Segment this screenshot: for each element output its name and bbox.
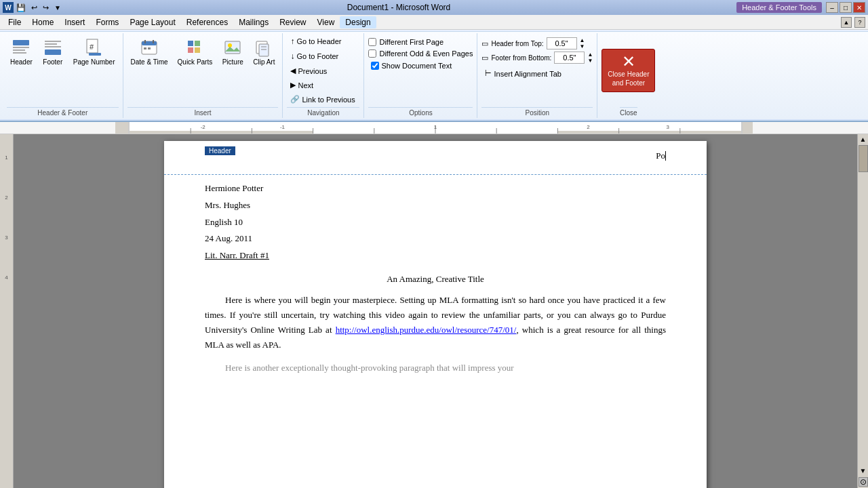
svg-text:1: 1	[434, 124, 437, 130]
page-header-area[interactable]: Header Po	[164, 141, 707, 175]
ribbon-group-navigation: ↑ Go to Header ↓ Go to Footer ◀ Previous…	[283, 33, 364, 118]
page-number-button[interactable]: # Page Number	[70, 35, 119, 68]
diff-odd-even-checkbox[interactable]	[368, 49, 376, 58]
footer-from-bottom-field: ▭ Footer from Bottom: ▲ ▼	[481, 52, 593, 64]
footer-from-bottom-input[interactable]	[554, 52, 585, 64]
ribbon-content: Header Footer # Page Number Header & Foo…	[0, 31, 868, 119]
go-to-header-button[interactable]: ↑ Go to Header	[287, 35, 344, 48]
page-body[interactable]: Hermione Potter Mrs. Hughes English 10 2…	[164, 175, 707, 397]
menu-page-layout[interactable]: Page Layout	[124, 16, 180, 28]
document-title: An Amazing, Creative Title	[205, 274, 666, 285]
go-to-header-icon: ↑	[290, 37, 294, 46]
scroll-down-button[interactable]: ▼	[859, 466, 868, 476]
footer-icon	[42, 37, 64, 58]
quick-parts-button[interactable]: Quick Parts	[174, 35, 216, 68]
footer-bottom-icon: ▭	[481, 54, 488, 62]
menu-bar: File Home Insert Forms Page Layout Refer…	[0, 15, 868, 30]
position-items: ▭ Header from Top: ▲ ▼ ▭ Footer from Bot…	[481, 35, 593, 106]
footer-bottom-down[interactable]: ▼	[587, 58, 593, 64]
footer-bottom-up[interactable]: ▲	[587, 52, 593, 58]
menu-view[interactable]: View	[312, 16, 340, 28]
close-header-footer-label: Close Headerand Footer	[608, 70, 649, 87]
scroll-thumb[interactable]	[859, 145, 868, 172]
footer-button[interactable]: Footer	[39, 35, 67, 68]
svg-text:3: 3	[667, 124, 670, 130]
diff-first-page-option[interactable]: Different First Page	[368, 37, 443, 47]
next-icon: ▶	[290, 81, 296, 89]
header-top-down[interactable]: ▼	[580, 43, 585, 49]
link-to-previous-icon: 🔗	[290, 95, 300, 104]
header-from-top-input[interactable]	[547, 37, 577, 49]
header-button[interactable]: Header	[7, 35, 36, 68]
date-time-button[interactable]: Date & Time	[127, 35, 172, 68]
select-browse-object-button[interactable]: ⊙	[859, 477, 868, 487]
svg-rect-20	[195, 47, 200, 53]
window-controls: – □ ✕	[826, 2, 865, 13]
show-doc-text-option[interactable]: Show Document Text	[368, 60, 454, 71]
ribbon-group-header-footer: Header Footer # Page Number Header & Foo…	[3, 33, 123, 118]
insert-buttons: Date & Time Quick Parts Picture	[127, 35, 279, 106]
ribbon-group-close: ✕ Close Headerand Footer Close	[597, 33, 659, 118]
svg-rect-12	[142, 41, 157, 45]
insert-alignment-tab-button[interactable]: ⊢ Insert Alignment Tab	[481, 67, 564, 80]
clip-art-button[interactable]: Clip Art	[250, 35, 278, 68]
vertical-scrollbar[interactable]: ▲ ▼ ⊙ ◁ ▷	[857, 134, 868, 488]
link-to-previous-button[interactable]: 🔗 Link to Previous	[287, 93, 358, 106]
go-to-footer-icon: ↓	[290, 52, 294, 61]
header-label: Header	[10, 58, 33, 66]
clip-art-label: Clip Art	[253, 58, 275, 66]
next-button[interactable]: ▶ Next	[287, 79, 317, 92]
menu-design[interactable]: Design	[340, 16, 376, 28]
go-to-footer-button[interactable]: ↓ Go to Footer	[287, 49, 342, 63]
menu-insert[interactable]: Insert	[59, 16, 90, 28]
quick-save[interactable]: 💾	[16, 3, 26, 12]
svg-rect-7	[45, 49, 61, 55]
document-page: Header Po Hermione Potter Mrs. Hughes En…	[164, 141, 707, 488]
header-from-top-field: ▭ Header from Top: ▲ ▼	[481, 37, 585, 49]
menu-home[interactable]: Home	[26, 16, 59, 28]
picture-button[interactable]: Picture	[218, 35, 247, 68]
menu-references[interactable]: References	[181, 16, 233, 28]
previous-icon: ◀	[290, 66, 296, 75]
maximize-button[interactable]: □	[840, 2, 852, 13]
header-top-up[interactable]: ▲	[580, 37, 585, 43]
close-header-footer-button[interactable]: ✕ Close Headerand Footer	[601, 49, 655, 92]
title-bar-left: W 💾 ↩ ↪ ▼	[3, 2, 61, 13]
header-content: Po	[205, 148, 666, 161]
ruler: 1 -1 2 -2 3	[0, 122, 868, 134]
minimize-button[interactable]: –	[826, 2, 838, 13]
svg-rect-5	[45, 43, 57, 45]
ribbon: Header Footer # Page Number Header & Foo…	[0, 30, 868, 122]
go-to-header-label: Go to Header	[296, 37, 341, 45]
menu-forms[interactable]: Forms	[90, 16, 124, 28]
group-label-options: Options	[368, 107, 473, 117]
clip-art-icon	[253, 37, 275, 58]
navigation-buttons: ↑ Go to Header ↓ Go to Footer ◀ Previous…	[287, 35, 359, 106]
purdue-link[interactable]: http://owl.english.purdue.edu/owl/resour…	[336, 325, 517, 335]
svg-text:#: #	[90, 43, 94, 51]
ribbon-group-insert: Date & Time Quick Parts Picture	[123, 33, 283, 118]
menu-file[interactable]: File	[3, 16, 26, 28]
diff-odd-even-option[interactable]: Different Odd & Even Pages	[368, 49, 473, 58]
doc-scroll-area[interactable]: Header Po Hermione Potter Mrs. Hughes En…	[14, 134, 857, 488]
show-doc-text-checkbox[interactable]	[371, 62, 379, 70]
diff-first-page-checkbox[interactable]	[368, 38, 376, 46]
menu-review[interactable]: Review	[274, 16, 311, 28]
ribbon-group-position: ▭ Header from Top: ▲ ▼ ▭ Footer from Bot…	[477, 33, 597, 118]
author-line: Hermione Potter	[205, 182, 666, 196]
quick-redo[interactable]: ↪	[43, 3, 49, 12]
svg-text:2: 2	[587, 124, 590, 130]
help-button[interactable]: ?	[854, 17, 865, 28]
header-footer-buttons: Header Footer # Page Number	[7, 35, 119, 106]
ribbon-collapse-btn[interactable]: ▲	[841, 17, 852, 28]
diff-first-page-label: Different First Page	[379, 38, 443, 46]
header-top-icon: ▭	[481, 39, 488, 48]
scroll-up-button[interactable]: ▲	[859, 134, 868, 144]
quick-menu[interactable]: ▼	[54, 4, 61, 12]
alignment-tab-label: Insert Alignment Tab	[494, 70, 561, 78]
window-close-button[interactable]: ✕	[853, 2, 865, 13]
previous-button[interactable]: ◀ Previous	[287, 64, 330, 77]
menu-mailings[interactable]: Mailings	[233, 16, 274, 28]
group-label-header-footer: Header & Footer	[7, 107, 119, 117]
quick-undo[interactable]: ↩	[31, 3, 37, 12]
